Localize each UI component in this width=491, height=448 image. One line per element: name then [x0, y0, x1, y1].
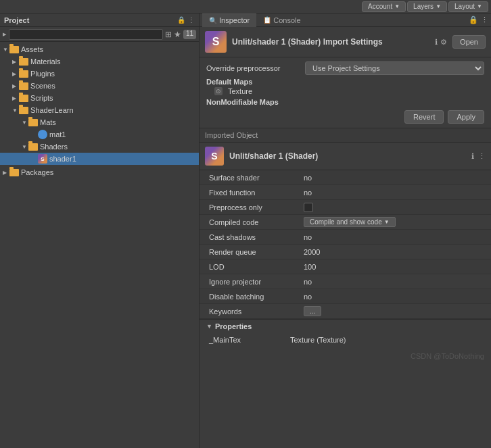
- search-icon: ▸: [3, 30, 7, 39]
- cast-shadows-label: Cast shadows: [209, 233, 304, 241]
- ignore-projector-value: no: [304, 278, 484, 286]
- tree-item-assets[interactable]: ▼ Assets: [0, 43, 199, 55]
- left-panel: Project 🔒 ⋮ ▸ ⊞ ★ 11 ▼ Assets: [0, 14, 200, 448]
- layers-label: Layers: [413, 3, 434, 10]
- materials-folder-icon: [19, 57, 28, 66]
- tree-item-scripts[interactable]: ▶ Scripts: [0, 92, 199, 104]
- imported-object-header: Imported Object: [200, 128, 491, 143]
- keywords-button[interactable]: ...: [304, 306, 321, 316]
- texture-row: ⊙ Texture: [206, 87, 484, 95]
- more-icon[interactable]: ⋮: [188, 16, 195, 24]
- open-button[interactable]: Open: [452, 35, 486, 49]
- packages-label: Packages: [21, 168, 53, 176]
- tab-console[interactable]: 📋 Console: [256, 14, 307, 27]
- shaderlearn-folder-icon: [19, 105, 28, 115]
- packages-arrow: ▶: [3, 170, 9, 176]
- inspector-tab-icon: 🔍: [209, 17, 217, 24]
- file-count-badge: 11: [183, 30, 196, 39]
- prop-keywords: Keywords ...: [200, 304, 491, 319]
- lock-icon: 🔒: [177, 16, 185, 24]
- tree-item-packages[interactable]: ▶ Packages: [0, 166, 199, 178]
- fixed-function-label: Fixed function: [209, 189, 304, 197]
- ignore-projector-label: Ignore projector: [209, 278, 304, 286]
- watermark-text: CSDN @ToDoNothing: [411, 352, 484, 360]
- tree-item-shader1[interactable]: ▶ S shader1: [0, 153, 199, 165]
- assets-folder-icon: [9, 45, 19, 54]
- preprocess-checkbox[interactable]: [304, 203, 313, 212]
- revert-button[interactable]: Revert: [404, 110, 444, 124]
- tree-item-shaders[interactable]: ▼ Shaders: [0, 141, 199, 153]
- layers-button[interactable]: Layers ▼: [407, 1, 447, 12]
- cast-shadows-value: no: [304, 233, 484, 241]
- scenes-folder-icon: [19, 81, 28, 91]
- scripts-arrow: ▶: [12, 95, 19, 101]
- override-label: Override preprocessor: [206, 64, 301, 72]
- surface-shader-label: Surface shader: [209, 174, 304, 182]
- lock-tab-icon: 🔒: [469, 16, 478, 24]
- compile-show-button[interactable]: Compile and show code ▼: [304, 217, 396, 227]
- top-bar: Account ▼ Layers ▼ Layout ▼: [0, 0, 491, 14]
- tree-item-plugins[interactable]: ▶ Plugins: [0, 68, 199, 80]
- tree-item-mats[interactable]: ▼ Mats: [0, 116, 199, 128]
- console-tab-label: Console: [273, 16, 300, 24]
- right-tabs: 🔍 Inspector 📋 Console 🔒 ⋮: [200, 14, 491, 27]
- mats-folder-icon: [28, 118, 38, 127]
- materials-arrow: ▶: [12, 59, 19, 65]
- prop-preprocess-only: Preprocess only: [200, 200, 491, 215]
- plugins-folder-icon: [19, 69, 28, 78]
- keywords-label: Keywords: [209, 307, 304, 316]
- account-button[interactable]: Account ▼: [362, 1, 406, 12]
- disable-batching-value: no: [304, 293, 484, 301]
- shaders-folder-icon: [28, 142, 38, 151]
- prop-disable-batching: Disable batching no: [200, 289, 491, 304]
- shader-large-icon: S: [205, 31, 227, 53]
- default-maps-title: Default Maps: [206, 78, 484, 86]
- imported-object-label: Imported Object: [205, 131, 486, 139]
- maintex-type: Texture (Texture): [290, 336, 346, 344]
- tab-header-icons: 🔒 ⋮: [469, 16, 488, 24]
- layout-button[interactable]: Layout ▼: [448, 1, 488, 12]
- packages-folder-icon: [9, 168, 19, 177]
- filter-icon[interactable]: ⊞: [165, 30, 172, 39]
- project-tree: ▼ Assets ▶ Materials ▶ Plugins ▶ Scenes: [0, 42, 199, 448]
- prop-surface-shader: Surface shader no: [200, 170, 491, 185]
- star-icon[interactable]: ★: [174, 30, 181, 39]
- tree-item-shaderlearn[interactable]: ▼ ShaderLearn: [0, 104, 199, 116]
- more-tab-icon[interactable]: ⋮: [481, 16, 488, 24]
- materials-label: Materials: [30, 57, 61, 66]
- properties-table: Surface shader no Fixed function no Prep…: [200, 170, 491, 320]
- prop-compiled-code: Compiled code Compile and show code ▼: [200, 215, 491, 230]
- right-panel: 🔍 Inspector 📋 Console 🔒 ⋮ S Unlit/shader…: [200, 14, 491, 448]
- apply-button[interactable]: Apply: [448, 110, 484, 124]
- preprocess-only-label: Preprocess only: [209, 203, 304, 211]
- shader1-label: shader1: [49, 155, 76, 163]
- maintex-name: _MainTex: [209, 336, 290, 344]
- project-panel-header: Project 🔒 ⋮: [0, 14, 199, 27]
- gear-icon[interactable]: ⚙: [440, 38, 447, 47]
- layers-arrow: ▼: [436, 3, 441, 9]
- layout-arrow: ▼: [477, 3, 482, 9]
- watermark: CSDN @ToDoNothing: [200, 349, 491, 362]
- shaderlearn-arrow: ▼: [12, 107, 19, 114]
- tab-inspector[interactable]: 🔍 Inspector: [202, 14, 256, 27]
- tree-item-mat1[interactable]: ▶ mat1: [0, 128, 199, 141]
- import-settings-section: Override preprocessor Use Project Settin…: [200, 57, 491, 128]
- lod-value: 100: [304, 263, 484, 271]
- assets-arrow: ▼: [3, 47, 9, 53]
- main-layout: Project 🔒 ⋮ ▸ ⊞ ★ 11 ▼ Assets: [0, 14, 491, 448]
- plugins-arrow: ▶: [12, 71, 19, 77]
- scripts-label: Scripts: [30, 94, 53, 102]
- nonmod-title: NonModifiable Maps: [206, 98, 484, 106]
- tree-item-scenes[interactable]: ▶ Scenes: [0, 80, 199, 92]
- properties-section-header: ▼ Properties: [206, 322, 484, 330]
- search-input[interactable]: [9, 29, 163, 40]
- properties-section-label: Properties: [215, 322, 252, 330]
- imported-more-icon[interactable]: ⋮: [478, 152, 486, 161]
- disable-batching-label: Disable batching: [209, 293, 304, 301]
- maintex-row: _MainTex Texture (Texture): [206, 333, 484, 347]
- scenes-label: Scenes: [30, 82, 55, 90]
- search-bar: ▸ ⊞ ★ 11: [0, 27, 199, 42]
- tree-item-materials[interactable]: ▶ Materials: [0, 55, 199, 68]
- override-select[interactable]: Use Project Settings: [305, 61, 484, 75]
- project-title: Project: [4, 16, 29, 24]
